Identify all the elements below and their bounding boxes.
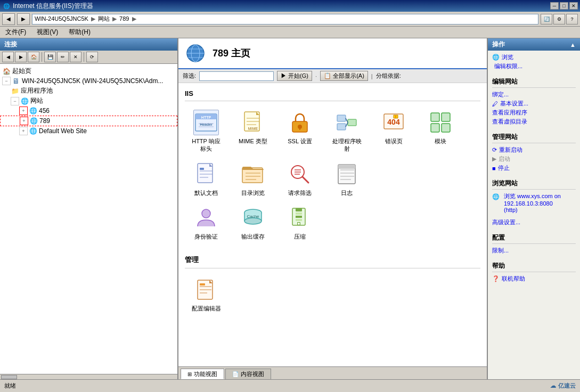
- view-app-link[interactable]: 查看应用程序: [492, 108, 576, 117]
- refresh-tree-btn[interactable]: ⟳: [86, 52, 98, 62]
- stop-link[interactable]: ■ 停止: [492, 164, 576, 173]
- start-link[interactable]: ▶ 启动: [492, 154, 576, 164]
- menu-file[interactable]: 文件(F): [2, 27, 29, 38]
- forward-button[interactable]: ▶: [17, 13, 30, 25]
- handler-icon: [334, 110, 360, 135]
- svg-rect-21: [337, 124, 346, 130]
- icon-mime[interactable]: MIME MIME 类型: [232, 108, 274, 155]
- icon-http-header[interactable]: HTTP Header HTTP 响应标头: [185, 108, 227, 155]
- server-expand[interactable]: −: [2, 77, 11, 85]
- online-help-link[interactable]: ❓ 联机帮助: [492, 274, 576, 283]
- filter-start-btn[interactable]: ▶ 开始(G): [277, 71, 312, 81]
- icon-req-filter[interactable]: 请求筛选: [279, 159, 321, 199]
- default-expand[interactable]: +: [19, 127, 28, 135]
- browse-link[interactable]: 🌐 浏览: [492, 53, 576, 62]
- edit-perms-link[interactable]: 编辑权限...: [492, 62, 576, 71]
- h-scrollbar[interactable]: [0, 374, 177, 379]
- page-header-icon: [185, 43, 206, 64]
- tree-item-server[interactable]: − 🖥 WIN-24U5Q5JNC5K (WIN-24U5Q5JNC5K\Adm…: [0, 76, 177, 86]
- compress-icon: [287, 205, 313, 231]
- menu-view[interactable]: 视图(V): [34, 27, 61, 38]
- limit-link[interactable]: 限制...: [492, 246, 576, 255]
- panel-collapse-btn[interactable]: ▲: [570, 42, 576, 48]
- site789-expand[interactable]: +: [20, 117, 28, 125]
- filter-label: 筛选:: [183, 72, 196, 80]
- browse-url-link[interactable]: 🌐 浏览 www.xys.com on192.168.10.3:8080(htt…: [492, 192, 576, 214]
- forward-tree-btn[interactable]: ▶: [15, 52, 27, 62]
- bind-link[interactable]: 绑定...: [492, 90, 576, 99]
- mime-label: MIME 类型: [239, 137, 267, 145]
- manage-icon-grid: 配置编辑器: [185, 275, 480, 314]
- maximize-button[interactable]: □: [560, 2, 568, 10]
- logo-icon: ☁: [550, 382, 556, 389]
- icon-handler[interactable]: 处理程序映射: [325, 108, 368, 155]
- title-bar: 🌐 Internet 信息服务(IIS)管理器 ─ □ ✕: [0, 0, 580, 12]
- status-text: 就绪: [4, 382, 16, 390]
- tree-item-sites[interactable]: − 🌐 网站: [0, 96, 177, 106]
- back-tree-btn[interactable]: ◀: [2, 52, 14, 62]
- icon-module[interactable]: 模块: [419, 108, 462, 155]
- help-title: 帮助: [492, 259, 576, 272]
- help-button[interactable]: ?: [566, 14, 578, 24]
- tree-item-default[interactable]: + 🌐 Default Web Site: [0, 126, 177, 136]
- home-tree-btn[interactable]: 🏠: [28, 52, 39, 62]
- svg-rect-22: [348, 119, 356, 126]
- icon-default-doc[interactable]: 默认文档: [185, 159, 227, 199]
- restart-link[interactable]: ⟳ 重新启动: [492, 145, 576, 154]
- req-filter-icon: [287, 161, 313, 187]
- edit-site-title: 编辑网站: [492, 75, 576, 88]
- icon-auth[interactable]: 身份验证: [185, 203, 227, 242]
- tree-item-startpage[interactable]: 🏠 起始页: [0, 66, 177, 76]
- svg-rect-53: [338, 165, 355, 169]
- icon-config-editor[interactable]: 配置编辑器: [185, 275, 227, 314]
- scroll-thumb[interactable]: [1, 375, 17, 379]
- save-tree-btn[interactable]: 💾: [44, 52, 56, 62]
- address-path: WIN-24U5Q5JNC5K ▶ 网站 ▶ 789 ▶: [35, 15, 137, 23]
- icon-error[interactable]: 404 ! 错误页: [372, 108, 415, 155]
- svg-text:404: 404: [387, 118, 400, 126]
- icon-output-cache[interactable]: Cache 输出缓存: [232, 203, 274, 242]
- filter-all-btn[interactable]: 📋 全部显示(A): [320, 71, 368, 81]
- icon-dir-browse[interactable]: 目录浏览: [232, 159, 274, 199]
- site456-icon: 🌐: [29, 107, 37, 115]
- tree-item-789[interactable]: + 🌐 789: [0, 116, 177, 126]
- refresh-addons-button[interactable]: 🔄: [541, 14, 552, 24]
- iis-icon-grid: HTTP Header HTTP 响应标头: [185, 108, 480, 199]
- advanced-settings-link[interactable]: 高级设置...: [492, 218, 576, 227]
- addon-button[interactable]: ⚙: [553, 14, 565, 24]
- basic-settings-link[interactable]: 🖊 基本设置...: [492, 99, 576, 108]
- address-input[interactable]: WIN-24U5Q5JNC5K ▶ 网站 ▶ 789 ▶: [32, 14, 538, 24]
- minimize-button[interactable]: ─: [550, 2, 559, 10]
- back-button[interactable]: ◀: [2, 13, 15, 25]
- path-server: WIN-24U5Q5JNC5K: [35, 15, 88, 22]
- filter-bar: 筛选: ▶ 开始(G) · 📋 全部显示(A) | 分组依据:: [178, 69, 487, 83]
- disconnect-btn[interactable]: ✕: [70, 52, 81, 62]
- edit-site-section: 编辑网站 绑定... 🖊 基本设置... 查看应用程序 查看虚拟目录: [488, 73, 580, 128]
- restart-icon: ⟳: [492, 146, 497, 153]
- menu-help[interactable]: 帮助(H): [66, 27, 94, 38]
- icon-compress[interactable]: 压缩: [279, 203, 321, 242]
- connect-btn[interactable]: ✏: [57, 52, 69, 62]
- view-vdir-link[interactable]: 查看虚拟目录: [492, 117, 576, 126]
- status-bar: 就绪 ☁ 亿速云: [0, 379, 580, 392]
- section-manage-header: 管理: [185, 253, 480, 268]
- filter-input[interactable]: [199, 71, 274, 81]
- close-button[interactable]: ✕: [569, 2, 578, 10]
- browse-site-section: 浏览网站 🌐 浏览 www.xys.com on192.168.10.3:808…: [488, 175, 580, 216]
- icon-ssl[interactable]: SSL 设置: [279, 108, 321, 155]
- tree-item-apppool[interactable]: 📁 应用程序池: [0, 86, 177, 96]
- page-title: 789 主页: [213, 47, 250, 60]
- tree-item-456[interactable]: + 🌐 456: [0, 106, 177, 116]
- tab-content-view[interactable]: 📄 内容视图: [225, 369, 271, 379]
- path-sites: 网站: [98, 15, 110, 22]
- output-cache-label: 输出缓存: [241, 233, 265, 240]
- svg-rect-39: [242, 168, 263, 183]
- tab-feature-view[interactable]: ⊞ 功能视图: [181, 369, 224, 379]
- output-cache-icon: Cache: [240, 205, 266, 231]
- sites-icon: 🌐: [20, 97, 29, 105]
- server-icon: 🖥: [12, 77, 20, 85]
- site456-expand[interactable]: +: [19, 107, 28, 115]
- icon-log[interactable]: 日志: [325, 159, 368, 199]
- sites-expand[interactable]: −: [11, 97, 19, 105]
- tab-content-view-label: 内容视图: [241, 370, 264, 378]
